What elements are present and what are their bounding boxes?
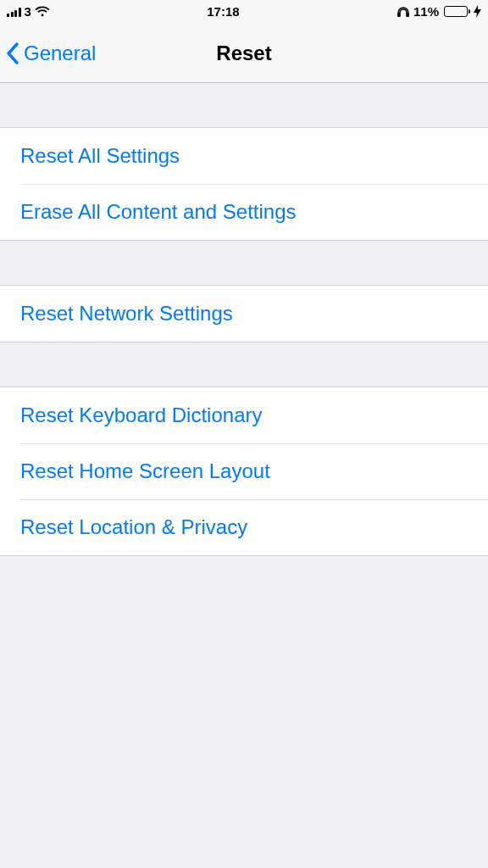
status-right: 11% (396, 4, 481, 19)
headphones-icon (396, 5, 410, 18)
battery-percent-label: 11% (413, 4, 439, 19)
chevron-left-icon (5, 42, 20, 65)
svg-rect-0 (397, 13, 399, 17)
row-label: Reset Home Screen Layout (20, 459, 270, 483)
back-button[interactable]: General (5, 42, 96, 65)
wifi-icon (35, 6, 50, 17)
row-label: Reset Location & Privacy (20, 515, 247, 539)
battery-icon (444, 6, 470, 17)
status-left: 3 (7, 4, 50, 19)
row-label: Reset All Settings (20, 144, 180, 168)
reset-group-3: Reset Keyboard Dictionary Reset Home Scr… (0, 387, 488, 556)
erase-all-content-row[interactable]: Erase All Content and Settings (0, 184, 488, 240)
row-label: Reset Network Settings (20, 302, 233, 326)
reset-home-screen-layout-row[interactable]: Reset Home Screen Layout (0, 443, 488, 499)
charging-icon (474, 5, 481, 18)
row-label: Erase All Content and Settings (20, 200, 297, 224)
reset-group-1: Reset All Settings Erase All Content and… (0, 127, 488, 241)
group-spacer (0, 241, 488, 285)
reset-keyboard-dictionary-row[interactable]: Reset Keyboard Dictionary (0, 387, 488, 443)
cellular-signal-icon (7, 7, 21, 17)
group-spacer (0, 342, 488, 387)
nav-title: Reset (216, 42, 271, 65)
status-bar: 3 17:18 11% (0, 0, 488, 24)
reset-all-settings-row[interactable]: Reset All Settings (0, 128, 488, 184)
status-time: 17:18 (207, 4, 239, 19)
carrier-label: 3 (25, 4, 31, 19)
row-label: Reset Keyboard Dictionary (20, 403, 262, 427)
group-spacer (0, 83, 488, 127)
reset-network-settings-row[interactable]: Reset Network Settings (0, 286, 488, 342)
back-label: General (24, 42, 96, 65)
nav-bar: General Reset (0, 24, 488, 83)
reset-location-privacy-row[interactable]: Reset Location & Privacy (0, 499, 488, 555)
svg-rect-1 (407, 13, 408, 17)
reset-group-2: Reset Network Settings (0, 285, 488, 342)
